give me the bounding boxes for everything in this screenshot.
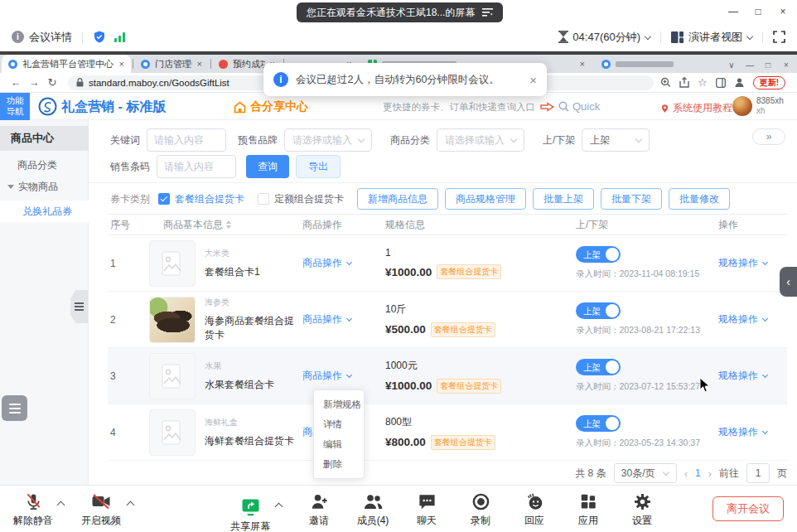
menu-item-edit[interactable]: 编辑 bbox=[314, 434, 364, 454]
bookmark-star-icon[interactable]: ☆ bbox=[698, 76, 708, 89]
share-icon[interactable] bbox=[679, 77, 689, 88]
network-signal-icon[interactable] bbox=[114, 32, 125, 42]
mic-options-caret[interactable] bbox=[57, 501, 65, 510]
next-page-button[interactable]: › bbox=[708, 467, 712, 480]
menu-item-add-spec[interactable]: 新增规格 bbox=[314, 394, 364, 414]
security-shield-icon[interactable] bbox=[93, 30, 106, 44]
window-minimize-button[interactable]: — bbox=[721, 0, 746, 23]
chevron-down-icon bbox=[762, 428, 768, 434]
nav-toggle-button[interactable]: 功能 导航 bbox=[0, 93, 30, 120]
category-select[interactable]: 请选择或输入 bbox=[437, 128, 524, 152]
sidebar-item-voucher[interactable]: 兑换礼品券 bbox=[0, 201, 89, 222]
page-size-select[interactable]: 30条/页 bbox=[614, 463, 677, 483]
view-mode-selector[interactable]: 演讲者视图 bbox=[688, 30, 742, 45]
settings-button[interactable]: 设置 bbox=[626, 491, 659, 528]
brand-select[interactable]: 请选择或输入 bbox=[284, 128, 372, 152]
tab-close-icon[interactable]: × bbox=[580, 59, 585, 69]
sidebar-collapse-handle[interactable] bbox=[70, 290, 88, 323]
browser-maximize-button[interactable]: □ bbox=[761, 57, 775, 72]
tab-close-icon[interactable]: × bbox=[197, 59, 202, 69]
filters-collapse-button[interactable]: » bbox=[752, 128, 785, 145]
batch-off-button[interactable]: 批量下架 bbox=[601, 188, 662, 210]
barcode-input[interactable] bbox=[157, 155, 236, 178]
goto-page-input[interactable] bbox=[746, 463, 770, 483]
tab-favicon bbox=[219, 60, 228, 69]
batch-on-button[interactable]: 批量上架 bbox=[533, 188, 594, 210]
floating-list-button[interactable] bbox=[2, 395, 27, 421]
fullscreen-icon[interactable] bbox=[773, 31, 785, 43]
menu-item-delete[interactable]: 删除 bbox=[314, 454, 364, 474]
spec-manage-button[interactable]: 商品规格管理 bbox=[445, 188, 526, 210]
keyword-input[interactable] bbox=[147, 128, 226, 152]
product-action-link-open[interactable]: 商品操作 bbox=[302, 369, 351, 383]
back-icon[interactable]: ← bbox=[7, 76, 25, 89]
spec-action-link[interactable]: 规格操作 bbox=[718, 312, 767, 326]
profile-icon[interactable] bbox=[734, 77, 745, 88]
product-action-link[interactable]: 商品操作 bbox=[302, 256, 351, 270]
apps-button[interactable]: 应用 bbox=[572, 491, 605, 528]
spec-value: 1000元 bbox=[385, 359, 576, 373]
record-button[interactable]: 录制 bbox=[464, 491, 497, 528]
banner-menu-icon[interactable] bbox=[482, 8, 493, 17]
tutorial-link[interactable]: 系统使用教程 bbox=[660, 101, 732, 115]
spec-action-link[interactable]: 规格操作 bbox=[718, 425, 767, 439]
fixed-card-checkbox[interactable] bbox=[258, 193, 269, 205]
notice-close-icon[interactable]: × bbox=[529, 73, 537, 87]
onsale-toggle[interactable]: 上架 bbox=[576, 302, 621, 319]
video-options-caret[interactable] bbox=[127, 501, 135, 510]
window-maximize-button[interactable]: □ bbox=[746, 0, 770, 23]
browser-close-button[interactable]: × bbox=[779, 57, 794, 72]
browser-update-button[interactable]: 更新! bbox=[753, 76, 785, 89]
tab-search-icon[interactable]: ∨ bbox=[724, 57, 739, 72]
prev-page-button[interactable]: ‹ bbox=[684, 467, 688, 480]
share-options-caret[interactable] bbox=[275, 503, 283, 511]
search-button[interactable]: 查询 bbox=[246, 155, 289, 178]
onsale-toggle[interactable]: 上架 bbox=[576, 359, 621, 375]
leave-meeting-button[interactable]: 离开会议 bbox=[712, 496, 784, 521]
chat-button[interactable]: 聊天 bbox=[410, 491, 443, 528]
sidebar-item-category[interactable]: 商品分类 bbox=[0, 154, 89, 176]
quick-search-link[interactable]: Quick bbox=[558, 100, 600, 113]
add-product-button[interactable]: 新增商品信息 bbox=[357, 188, 438, 210]
unmute-button[interactable]: 解除静音 bbox=[7, 491, 60, 528]
reactions-button[interactable]: 回应 bbox=[518, 491, 551, 528]
browser-tab-gift-admin[interactable]: 礼盒营销平台管理中心 × bbox=[2, 55, 131, 73]
current-page[interactable]: 1 bbox=[695, 467, 701, 479]
browser-tab-hidden[interactable] bbox=[595, 55, 727, 73]
share-center-link[interactable]: 合分享中心 bbox=[234, 99, 308, 114]
spec-value: 800型 bbox=[385, 415, 576, 429]
browser-tab-store-admin[interactable]: 门店管理中心 × bbox=[134, 55, 209, 73]
meeting-panel-handle[interactable]: ‹ bbox=[780, 267, 797, 297]
side-panel-icon[interactable] bbox=[716, 78, 726, 88]
share-screen-button[interactable]: 共享屏幕 bbox=[230, 497, 270, 532]
tab-close-icon[interactable]: × bbox=[119, 59, 124, 69]
sort-icon[interactable] bbox=[226, 220, 231, 229]
members-button[interactable]: 成员(4) bbox=[356, 491, 389, 528]
browser-minimize-button[interactable]: — bbox=[742, 57, 757, 72]
status-select[interactable]: 上架 bbox=[582, 128, 650, 152]
meeting-details-link[interactable]: 会议详情 bbox=[29, 30, 72, 45]
package-card-checkbox[interactable] bbox=[158, 193, 170, 205]
onsale-toggle[interactable]: 上架 bbox=[576, 246, 621, 263]
forward-icon[interactable]: → bbox=[25, 76, 43, 89]
menu-item-detail[interactable]: 详情 bbox=[314, 414, 364, 434]
product-action-link[interactable]: 商品操作 bbox=[302, 312, 351, 326]
export-button[interactable]: 导出 bbox=[296, 155, 341, 178]
user-avatar[interactable] bbox=[732, 96, 752, 116]
zoom-icon[interactable] bbox=[660, 77, 671, 88]
spec-action-link[interactable]: 规格操作 bbox=[718, 369, 767, 383]
timer-chevron-icon[interactable] bbox=[645, 32, 651, 39]
start-video-button[interactable]: 开启视频 bbox=[70, 491, 133, 528]
invite-button[interactable]: 邀请 bbox=[302, 491, 336, 528]
sidebar-item-physical[interactable]: 实物商品 bbox=[0, 176, 89, 197]
notice-text: 会议已超过2人，自动转为60分钟限时会议。 bbox=[296, 73, 500, 87]
onsale-toggle[interactable]: 上架 bbox=[576, 415, 621, 432]
sidebar-section-product-center[interactable]: 商品中心 bbox=[0, 126, 89, 151]
view-mode-chevron-icon[interactable] bbox=[746, 32, 753, 39]
product-image bbox=[149, 297, 196, 343]
spec-action-link[interactable]: 规格操作 bbox=[718, 256, 767, 270]
reload-icon[interactable]: ↻ bbox=[43, 76, 61, 89]
batch-edit-button[interactable]: 批量修改 bbox=[669, 188, 730, 210]
entry-time: 录入时间：2023-11-04 08:19:15 bbox=[576, 268, 708, 280]
window-close-button[interactable]: × bbox=[770, 0, 795, 23]
